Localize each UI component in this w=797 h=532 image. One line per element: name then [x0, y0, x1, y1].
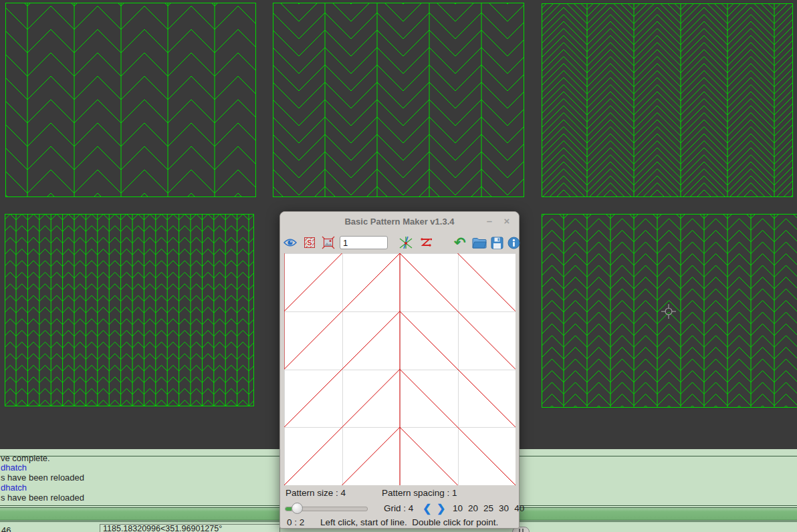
save-file-icon[interactable] — [491, 237, 503, 249]
grid-preset[interactable]: 25 — [483, 503, 493, 513]
console-line-link[interactable]: dhatch — [1, 483, 27, 493]
pattern-maker-dialog: Basic Pattern Maker v1.3.4 – × — [279, 211, 520, 529]
slider-fill — [286, 507, 292, 511]
slider-handle[interactable] — [292, 503, 303, 514]
hatch-swatch-top-middle[interactable] — [273, 3, 524, 197]
grid-next-button[interactable]: ❯ — [437, 503, 445, 514]
dialog-toolbar: S — [280, 232, 519, 253]
info-icon[interactable] — [507, 237, 520, 249]
grid-preset[interactable]: 40 — [514, 503, 524, 513]
grid-preset[interactable]: 10 — [453, 503, 463, 513]
grid-prev-button[interactable]: ❮ — [423, 503, 431, 514]
grid-preset[interactable]: 20 — [468, 503, 478, 513]
dialog-titlebar[interactable]: Basic Pattern Maker v1.3.4 – × — [280, 212, 519, 232]
pattern-size-slider[interactable] — [285, 507, 368, 511]
console-line-link[interactable]: dhatch — [1, 462, 27, 473]
image-pattern-icon[interactable] — [322, 236, 335, 249]
open-folder-icon[interactable] — [472, 237, 487, 249]
save-hatch-icon[interactable]: S — [303, 236, 316, 249]
hatch-swatch-top-left[interactable] — [5, 3, 256, 197]
coordinate-field[interactable]: 1185.18320996<351.96901275° — [100, 524, 280, 532]
pattern-canvas[interactable] — [284, 253, 516, 485]
pattern-size-label: Pattern size : 4 — [286, 488, 346, 498]
console-line: s have been reloaded — [1, 473, 84, 483]
app-screen: ve complete. dhatch s have been reloaded… — [0, 0, 797, 532]
zigzag-line-icon[interactable] — [419, 237, 433, 249]
grid-preset-values[interactable]: 1020253040 — [453, 503, 530, 513]
hint-text: Left click, start of line. Double click … — [320, 517, 498, 527]
crosshair-cursor-icon — [661, 303, 677, 322]
undo-icon[interactable]: ↶ — [454, 236, 466, 249]
console-line: ve complete. — [1, 453, 50, 463]
pattern-spacing-label: Pattern spacing : 1 — [382, 488, 457, 498]
grid-label: Grid : 4 — [384, 503, 413, 513]
hatch-swatch-bottom-left[interactable] — [5, 214, 254, 406]
cursor-cell-label: 0 : 2 — [287, 517, 304, 527]
scale-input[interactable] — [340, 236, 388, 249]
minimize-button[interactable]: – — [481, 212, 497, 232]
hatch-swatch-top-right[interactable] — [542, 3, 793, 197]
console-line: s have been reloaded — [1, 493, 84, 503]
preview-eye-icon[interactable] — [283, 238, 297, 247]
grid-preset[interactable]: 30 — [499, 503, 509, 513]
close-button[interactable]: × — [499, 212, 515, 232]
snap-burst-icon[interactable] — [398, 235, 413, 250]
svg-text:S: S — [307, 239, 312, 247]
status-left-value: 46 — [1, 525, 11, 532]
